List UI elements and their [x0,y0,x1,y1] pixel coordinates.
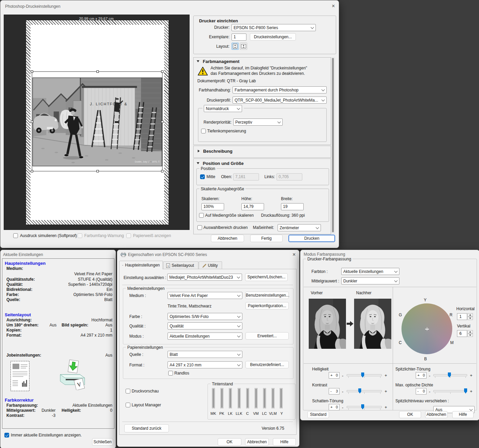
spin-up-icon[interactable] [467,313,473,317]
tone-select[interactable]: Aktuelle Einstellungen [341,268,399,275]
close-button[interactable]: Schließen [92,438,113,446]
expand-icon[interactable] [198,150,200,152]
selection-handle[interactable] [161,70,164,73]
selection-handle[interactable] [31,170,33,172]
horizontal-value[interactable]: 1 [457,313,467,320]
spin-down-icon[interactable] [467,334,473,337]
cancel-button[interactable]: Abbrechen [425,411,448,418]
spin-up-icon[interactable] [467,330,473,334]
slider-thumb[interactable] [358,388,361,393]
custom-format-button[interactable]: Benutzerdefiniert... [245,361,289,368]
brightness-slider[interactable] [347,372,382,378]
selection-handle[interactable] [161,121,164,123]
scale-to-media-checkbox[interactable] [199,213,204,218]
spin-down-icon[interactable] [467,317,473,320]
print-mode-select[interactable]: Normaldruck [204,105,242,112]
tab-utility[interactable]: Utility [199,261,222,269]
softproof-checkbox[interactable] [13,233,18,238]
selection-handle[interactable] [96,170,99,172]
standard-button[interactable]: Standard [307,411,329,418]
printer-select[interactable]: EPSON SC-P800 Series [232,24,316,31]
layout-manager-checkbox[interactable] [126,403,130,407]
tab-main-settings[interactable]: Haupteinstellungen [119,261,163,269]
scale-input[interactable]: 100% [201,203,224,210]
close-icon[interactable]: × [292,252,296,257]
max-density-value[interactable]: -0 [416,388,427,394]
printer-tab-icon [122,263,123,267]
color-handling-select[interactable]: Farbmanagement durch Photoshop [233,86,327,93]
settings-scrollbar[interactable] [331,57,335,234]
rotate-value: Aus [23,323,57,328]
color-wheel[interactable] [401,303,452,354]
max-density-slider[interactable] [433,388,467,394]
center-checkbox[interactable] [200,174,205,179]
horizontal-spinner[interactable]: 1 [457,313,473,320]
source-select[interactable]: Blatt [168,351,242,358]
selection-handle[interactable] [161,170,164,172]
collapse-icon[interactable] [197,60,199,62]
shadow-tone-value[interactable]: +0 [329,404,340,410]
borderless-checkbox[interactable] [168,371,173,376]
format-select[interactable]: A4 297 x 210 mm [168,361,242,368]
vertical-value[interactable]: 6 [457,330,467,337]
slider-thumb[interactable] [361,372,364,378]
restore-default-button[interactable]: Standard zurück [124,424,169,432]
cancel-button[interactable]: Abbrechen [245,438,269,446]
copies-value: 1 [45,328,112,333]
brightness-value[interactable]: +0 [329,372,340,379]
save-delete-button[interactable]: Speichern/Löschen... [245,273,288,281]
selection-handle[interactable] [31,70,33,73]
help-button[interactable]: Hilfe [273,438,296,446]
shadow-tone-slider[interactable] [347,404,382,410]
layout-landscape-button[interactable] [240,43,247,50]
rendering-intent-select[interactable]: Perzeptiv [233,119,283,126]
advanced-button[interactable]: Erweitert... [245,332,289,340]
minus-label: - [342,374,343,378]
color-management-title: Farbmanagement [203,59,239,64]
top-input: 7,161 [233,173,259,180]
help-button[interactable]: Hilfe [452,411,474,418]
print-preview-checkbox[interactable] [126,389,130,393]
medium-select[interactable]: Velvet Fine Art Paper [168,292,242,299]
ok-button[interactable]: OK [218,438,241,446]
contrast-value[interactable]: -3 [329,388,340,394]
done-button[interactable]: Fertig [250,235,283,242]
close-icon[interactable]: × [332,3,335,9]
ok-button[interactable]: OK [399,411,421,418]
selection-handle[interactable] [31,121,33,123]
paper-config-button[interactable]: Papierkonfiguration... [245,302,289,310]
select-setting-dropdown[interactable]: Mediajet_PhotoArtWhiteMattDuo23 [167,274,242,281]
contrast-slider[interactable] [347,388,382,394]
selection-bounds[interactable] [32,71,162,171]
collapse-icon[interactable] [197,162,199,164]
mode-select[interactable]: Aktuelle Einstellungen [168,333,242,340]
color-adjustment-dialog: Modus Farbanpassung Drucker-Farbanpassun… [300,250,479,421]
scrollbar-thumb[interactable] [332,58,334,232]
print-settings-button[interactable]: Druckeinstellungen... [250,33,296,41]
layout-portrait-button[interactable] [232,43,239,50]
highlight-tone-slider[interactable] [433,372,467,378]
print-button[interactable]: Drucken [288,235,335,242]
tab-page-layout[interactable]: 1 Seitenlayout [163,261,198,269]
selection-handle[interactable] [96,70,99,73]
always-show-checkbox[interactable] [4,433,9,438]
midgray-select[interactable]: Dunkler [341,277,399,284]
quality-select[interactable]: Qualität [168,322,242,329]
slider-thumb[interactable] [464,388,467,393]
ink-label: Y [277,411,286,416]
highlight-tone-value[interactable]: +0 [416,372,427,379]
units-select[interactable]: Zentimeter [278,224,321,231]
print-selected-checkbox[interactable] [197,225,202,230]
user-settings-button[interactable]: Benutzereinstellungen... [245,292,289,299]
width-input[interactable]: 19 [281,203,304,210]
color-select[interactable]: Optimiertes S/W-Foto [168,313,242,320]
vertical-spinner[interactable]: 6 [457,330,473,337]
black-point-checkbox[interactable] [201,129,206,133]
copies-input[interactable]: 1 [232,34,246,41]
printer-profile-select[interactable]: QTR_SCP-800_MediaJet_PhotoArtWhiteMa... [233,97,327,104]
height-input[interactable]: 14,79 [241,203,264,210]
slider-thumb[interactable] [361,404,364,409]
cancel-button[interactable]: Abbrechen [211,235,244,242]
chevron-down-icon [394,269,398,273]
ink-level-bar [220,388,223,408]
